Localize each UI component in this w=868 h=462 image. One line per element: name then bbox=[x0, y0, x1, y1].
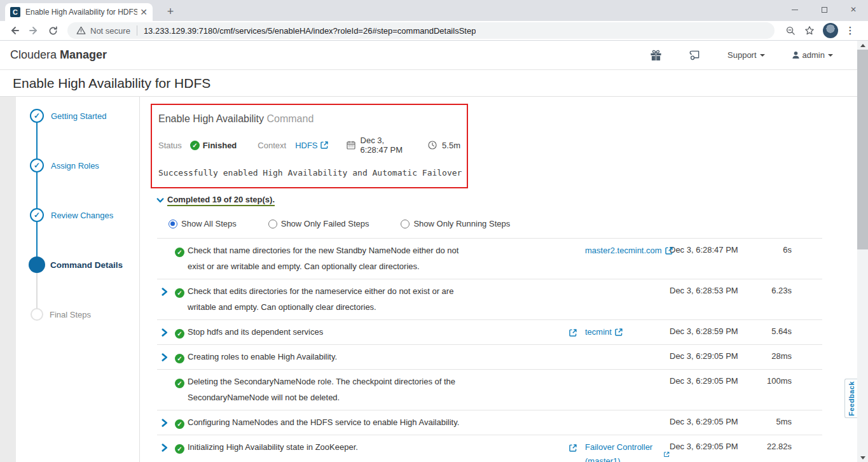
context-link-label: Failover Controller (master1) bbox=[585, 440, 661, 462]
step-duration: 5.64s bbox=[752, 324, 792, 340]
external-link-icon[interactable] bbox=[569, 327, 577, 341]
wizard-step-getting-started[interactable]: ✓Getting Started bbox=[29, 108, 106, 124]
zoom-out-icon[interactable] bbox=[781, 26, 800, 36]
step-timestamp: Dec 3, 6:28:53 PM bbox=[670, 283, 752, 315]
bookmark-star-icon[interactable] bbox=[800, 25, 819, 36]
context-link-label: tecmint bbox=[585, 325, 612, 339]
completed-steps-toggle[interactable]: Completed 19 of 20 step(s). bbox=[156, 195, 857, 206]
expand-chevron-icon[interactable] bbox=[161, 414, 175, 430]
profile-avatar[interactable] bbox=[823, 23, 838, 38]
caret-down-icon bbox=[828, 54, 833, 57]
user-label: admin bbox=[803, 50, 825, 60]
step-description: Check that name directories for the new … bbox=[188, 242, 474, 274]
step-check-icon: ✓ bbox=[30, 158, 44, 172]
browser-menu-icon[interactable]: ⋮ bbox=[842, 25, 858, 36]
browser-tab[interactable]: C Enable High Availability for HDFS ✕ bbox=[5, 3, 153, 21]
success-check-icon: ✓ bbox=[175, 419, 184, 429]
tab-close-icon[interactable]: ✕ bbox=[140, 7, 148, 17]
completed-steps-label[interactable]: Completed 19 of 20 step(s). bbox=[167, 195, 275, 206]
window-controls: ✕ bbox=[780, 0, 868, 21]
back-icon[interactable] bbox=[5, 25, 24, 36]
context-link-label: HDFS bbox=[295, 141, 317, 150]
browser-toolbar: Not secure 13.233.129.39:7180/cmf/servic… bbox=[0, 21, 868, 41]
wizard-step-final-steps: Final Steps bbox=[29, 306, 91, 323]
address-bar[interactable]: Not secure 13.233.129.39:7180/cmf/servic… bbox=[67, 22, 775, 39]
close-button[interactable]: ✕ bbox=[839, 0, 868, 19]
wizard-step-label: Command Details bbox=[50, 260, 123, 270]
expand-chevron-icon[interactable] bbox=[161, 349, 175, 365]
minimize-button[interactable] bbox=[780, 0, 809, 19]
step-context-cell bbox=[568, 374, 670, 405]
maximize-button[interactable] bbox=[809, 0, 839, 19]
context-hdfs-link[interactable]: HDFS bbox=[295, 141, 327, 150]
command-summary-box: Enable High Availability Command Status … bbox=[151, 104, 468, 188]
external-link-icon bbox=[665, 247, 673, 255]
feedback-tab[interactable]: Feedback bbox=[844, 379, 857, 418]
forward-icon[interactable] bbox=[24, 25, 43, 36]
success-check-cell: ✓ bbox=[175, 242, 188, 274]
filter-label: Show Only Failed Steps bbox=[281, 219, 369, 228]
support-menu[interactable]: Support bbox=[727, 50, 765, 60]
reload-icon[interactable] bbox=[43, 26, 62, 36]
command-title: Enable High Availability Command bbox=[158, 113, 460, 125]
external-link-icon[interactable] bbox=[569, 442, 577, 456]
radio-icon[interactable] bbox=[401, 220, 410, 228]
cloudera-favicon-icon: C bbox=[10, 7, 20, 17]
step-context-cell: master2.tecmint.com bbox=[568, 242, 670, 274]
step-check-icon: ✓ bbox=[30, 109, 44, 123]
scroll-up-icon[interactable] bbox=[857, 41, 868, 50]
step-main-cell: ✓Deleting the SecondaryNameNode role. Th… bbox=[161, 374, 568, 405]
step-main-cell: ✓Check that edits directories for the na… bbox=[161, 283, 568, 315]
success-check-icon: ✓ bbox=[175, 288, 184, 298]
content-area: ✓Getting Started✓Assign Roles✓Review Cha… bbox=[0, 97, 857, 462]
step-description: Initializing High Availability state in … bbox=[188, 439, 358, 462]
expand-spacer bbox=[161, 242, 175, 274]
wizard-step-assign-roles[interactable]: ✓Assign Roles bbox=[29, 157, 99, 174]
context-link[interactable]: master2.tecmint.com bbox=[585, 244, 673, 258]
success-check-cell: ✓ bbox=[175, 439, 188, 462]
expand-chevron-icon[interactable] bbox=[161, 439, 175, 462]
wizard-step-review-changes[interactable]: ✓Review Changes bbox=[29, 207, 113, 223]
url-text[interactable]: 13.233.129.39:7180/cmf/services/5/enable… bbox=[144, 26, 476, 36]
step-context-cell bbox=[568, 283, 670, 315]
support-label: Support bbox=[727, 50, 757, 60]
wizard-sidebar: ✓Getting Started✓Assign Roles✓Review Cha… bbox=[16, 97, 140, 462]
not-secure-warning-icon[interactable] bbox=[76, 26, 86, 35]
step-duration: 22.82s bbox=[752, 439, 792, 462]
table-row: ✓Stop hdfs and its dependent servicestec… bbox=[157, 320, 822, 345]
radio-icon[interactable] bbox=[268, 220, 277, 228]
screen: C Enable High Availability for HDFS ✕ + … bbox=[0, 0, 868, 462]
step-description: Stop hdfs and its dependent services bbox=[188, 324, 323, 340]
running-commands-icon[interactable] bbox=[689, 50, 701, 61]
filter-show-only-running-steps[interactable]: Show Only Running Steps bbox=[401, 219, 510, 228]
new-tab-button[interactable]: + bbox=[162, 3, 179, 21]
context-link[interactable]: tecmint bbox=[585, 325, 623, 339]
expand-chevron-icon[interactable] bbox=[161, 283, 175, 315]
scroll-down-icon[interactable] bbox=[857, 453, 868, 462]
step-main-cell: ✓Creating roles to enable High Availabil… bbox=[161, 349, 568, 365]
cloudera-manager-logo[interactable]: Cloudera Manager bbox=[10, 48, 107, 62]
parcels-gift-icon[interactable] bbox=[650, 50, 662, 61]
scrollbar-thumb[interactable] bbox=[857, 50, 868, 249]
external-link-icon bbox=[664, 451, 670, 458]
page-scrollbar[interactable] bbox=[857, 41, 868, 462]
user-menu[interactable]: admin bbox=[792, 50, 833, 60]
browser-tab-strip: C Enable High Availability for HDFS ✕ + … bbox=[0, 0, 868, 21]
filter-show-all-steps[interactable]: Show All Steps bbox=[169, 219, 237, 228]
step-pending-icon bbox=[31, 308, 43, 321]
status-finished-check-icon: ✓ bbox=[190, 141, 200, 150]
table-row: ✓Creating roles to enable High Availabil… bbox=[157, 345, 822, 370]
step-duration: 6s bbox=[752, 242, 792, 274]
context-link[interactable]: Failover Controller (master1) bbox=[585, 440, 670, 462]
success-check-icon: ✓ bbox=[175, 444, 184, 454]
radio-icon[interactable] bbox=[169, 220, 177, 228]
step-description: Configuring NameNodes and the HDFS servi… bbox=[188, 414, 459, 430]
wizard-step-command-details[interactable]: Command Details bbox=[29, 256, 123, 273]
step-timestamp: Dec 3, 6:28:47 PM bbox=[670, 242, 752, 274]
table-row: ✓Check that name directories for the new… bbox=[157, 239, 822, 279]
step-timestamp: Dec 3, 6:28:59 PM bbox=[670, 324, 752, 340]
wizard-step-label: Assign Roles bbox=[51, 161, 99, 171]
status-value: Finished bbox=[203, 141, 237, 150]
expand-chevron-icon[interactable] bbox=[161, 324, 175, 340]
filter-show-only-failed-steps[interactable]: Show Only Failed Steps bbox=[268, 219, 369, 228]
